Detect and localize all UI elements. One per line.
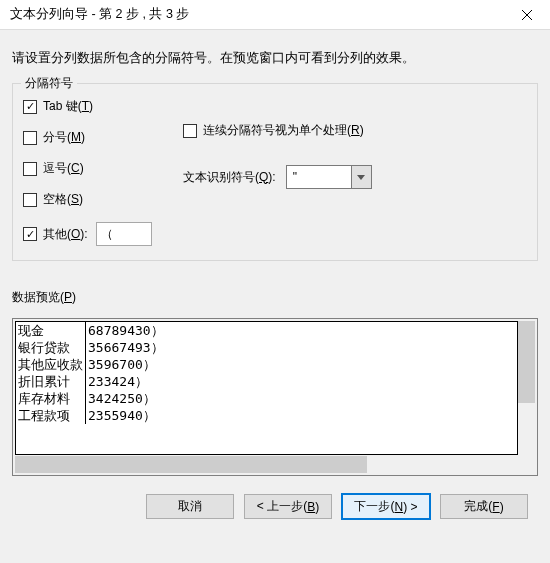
preview-cell: 银行贷款 <box>16 339 86 356</box>
preview-cell: 库存材料 <box>16 390 86 407</box>
other-checkbox[interactable] <box>23 227 37 241</box>
delimiter-options-left: Tab 键(T) 分号(M) 逗号(C) 空格(S) 其他(O): <box>23 98 183 246</box>
window-title: 文本分列向导 - 第 2 步 , 共 3 步 <box>10 6 189 23</box>
semicolon-checkbox[interactable] <box>23 131 37 145</box>
close-button[interactable] <box>504 0 550 30</box>
table-row: 工程款项2355940） <box>16 407 166 424</box>
preview-table: 现金68789430） 银行贷款35667493） 其他应收款3596700） … <box>15 321 518 455</box>
preview-cell: 35667493） <box>86 339 166 356</box>
button-row: 取消 < 上一步(B) 下一步(N) > 完成(F) <box>12 476 538 519</box>
qualifier-value[interactable]: " <box>287 166 351 188</box>
qualifier-combobox[interactable]: " <box>286 165 372 189</box>
comma-checkbox[interactable] <box>23 162 37 176</box>
table-row: 折旧累计233424） <box>16 373 166 390</box>
qualifier-label: 文本识别符号(Q): <box>183 169 276 186</box>
preview-cell: 工程款项 <box>16 407 86 424</box>
preview-label: 数据预览(P) <box>12 289 538 306</box>
preview-cell: 3424250） <box>86 390 166 407</box>
chevron-down-icon <box>357 175 365 180</box>
preview-box: 现金68789430） 银行贷款35667493） 其他应收款3596700） … <box>12 318 538 476</box>
horizontal-scroll-thumb[interactable] <box>15 456 367 473</box>
preview-cell: 其他应收款 <box>16 356 86 373</box>
vertical-scrollbar[interactable] <box>518 321 535 455</box>
dialog-body: 请设置分列数据所包含的分隔符号。在预览窗口内可看到分列的效果。 分隔符号 Tab… <box>0 30 550 527</box>
semicolon-checkbox-row[interactable]: 分号(M) <box>23 129 183 146</box>
tab-checkbox-row[interactable]: Tab 键(T) <box>23 98 183 115</box>
tab-label: Tab 键(T) <box>43 98 93 115</box>
qualifier-dropdown-button[interactable] <box>351 166 371 188</box>
table-row: 现金68789430） <box>16 322 166 339</box>
close-icon <box>522 10 532 20</box>
preview-cell: 2355940） <box>86 407 166 424</box>
space-label: 空格(S) <box>43 191 83 208</box>
table-row: 银行贷款35667493） <box>16 339 166 356</box>
text-qualifier-row: 文本识别符号(Q): " <box>183 165 372 189</box>
table-row: 其他应收款3596700） <box>16 356 166 373</box>
comma-checkbox-row[interactable]: 逗号(C) <box>23 160 183 177</box>
comma-label: 逗号(C) <box>43 160 84 177</box>
vertical-scroll-thumb[interactable] <box>518 321 535 403</box>
delimiters-legend: 分隔符号 <box>21 75 77 92</box>
delimiter-options-right: 连续分隔符号视为单个处理(R) 文本识别符号(Q): " <box>183 98 372 189</box>
back-button[interactable]: < 上一步(B) <box>244 494 332 519</box>
next-button[interactable]: 下一步(N) > <box>342 494 430 519</box>
other-checkbox-row[interactable]: 其他(O): （ <box>23 222 183 246</box>
other-delimiter-input[interactable]: （ <box>96 222 152 246</box>
delimiters-group: 分隔符号 Tab 键(T) 分号(M) 逗号(C) 空格(S) <box>12 83 538 261</box>
preview-cell: 233424） <box>86 373 166 390</box>
instruction-text: 请设置分列数据所包含的分隔符号。在预览窗口内可看到分列的效果。 <box>12 50 538 67</box>
space-checkbox[interactable] <box>23 193 37 207</box>
consecutive-checkbox-row[interactable]: 连续分隔符号视为单个处理(R) <box>183 122 372 139</box>
titlebar: 文本分列向导 - 第 2 步 , 共 3 步 <box>0 0 550 30</box>
horizontal-scrollbar[interactable] <box>15 456 535 473</box>
semicolon-label: 分号(M) <box>43 129 85 146</box>
consecutive-label: 连续分隔符号视为单个处理(R) <box>203 122 364 139</box>
other-label: 其他(O): <box>43 226 88 243</box>
space-checkbox-row[interactable]: 空格(S) <box>23 191 183 208</box>
preview-cell: 68789430） <box>86 322 166 339</box>
cancel-button[interactable]: 取消 <box>146 494 234 519</box>
tab-checkbox[interactable] <box>23 100 37 114</box>
preview-cell: 现金 <box>16 322 86 339</box>
preview-cell: 折旧累计 <box>16 373 86 390</box>
scroll-corner <box>518 456 535 473</box>
table-row: 库存材料3424250） <box>16 390 166 407</box>
finish-button[interactable]: 完成(F) <box>440 494 528 519</box>
consecutive-checkbox[interactable] <box>183 124 197 138</box>
preview-cell: 3596700） <box>86 356 166 373</box>
